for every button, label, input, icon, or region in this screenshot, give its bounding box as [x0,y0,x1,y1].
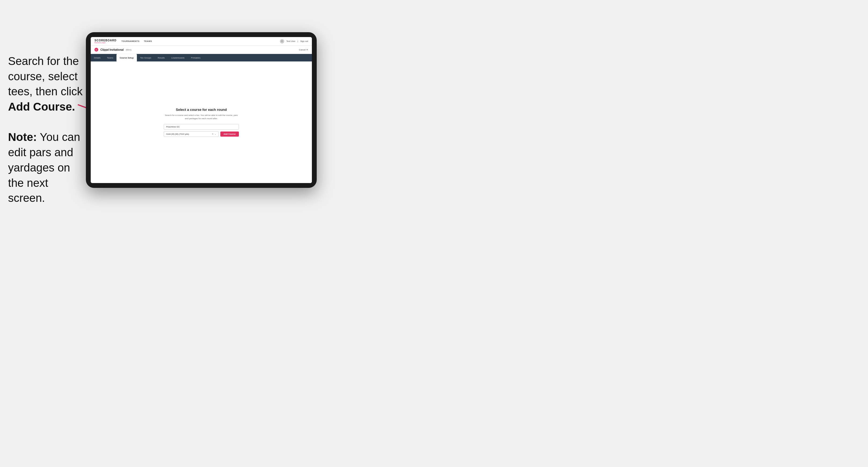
annotation-note-label: Note: [8,131,37,143]
tee-dropdown-icon[interactable]: ⌄ [214,133,216,135]
tee-select[interactable]: Gold (M) (M) (7010 yds) ✕ ⌄ [164,131,219,137]
logo-area: SCOREBOARD Powered by clippd [94,39,117,43]
tablet-screen: SCOREBOARD Powered by clippd TOURNAMENTS… [91,37,312,183]
tournament-name: Clippd Invitational [100,48,124,51]
cancel-label: Cancel [299,49,306,51]
user-label: Test User [286,40,296,42]
tee-select-controls: ✕ ⌄ [212,133,216,135]
main-content: Select a course for each round Search fo… [91,61,312,183]
logo-sub: Powered by clippd [94,42,117,43]
course-search-input[interactable] [164,124,239,130]
course-panel: Select a course for each round Search fo… [164,107,239,136]
tab-details[interactable]: Details [91,54,103,61]
panel-subtitle: Search for a course and select a tee. Yo… [164,114,239,120]
tab-printables[interactable]: Printables [188,54,204,61]
tournament-icon: C [94,48,98,52]
nav-teams[interactable]: TEAMS [144,40,152,42]
top-navbar: SCOREBOARD Powered by clippd TOURNAMENTS… [91,37,312,45]
tab-leaderboards[interactable]: Leaderboards [168,54,188,61]
tee-clear-icon[interactable]: ✕ [212,133,214,135]
nav-links: TOURNAMENTS TEAMS [121,40,280,42]
tab-course-setup[interactable]: Course Setup [117,54,137,61]
tournament-gender: (Men) [126,49,131,51]
add-course-button[interactable]: Add Course [220,131,239,136]
cancel-area[interactable]: Cancel ✕ [299,49,308,51]
panel-title: Select a course for each round [164,107,239,112]
annotation-line3: tees, then click [8,85,83,98]
tab-teams[interactable]: Teams [103,54,117,61]
nav-tournaments[interactable]: TOURNAMENTS [121,40,140,42]
annotation-text: Search for the course, select tees, then… [8,54,83,206]
tournament-header: C Clippd Invitational (Men) Cancel ✕ [91,45,312,54]
tee-value: Gold (M) (M) (7010 yds) [166,133,189,135]
tabs-bar: Details Teams Course Setup Tee Groups Re… [91,54,312,61]
user-avatar: R [280,39,284,43]
annotation-bold: Add Course. [8,100,75,113]
sign-out-link[interactable]: Sign out [300,40,308,42]
annotation-line2: course, select [8,70,78,83]
nav-separator: | [298,40,298,42]
tee-select-row: Gold (M) (M) (7010 yds) ✕ ⌄ Add Course [164,131,239,137]
user-initial: R [281,40,283,42]
annotation-line1: Search for the [8,55,79,67]
nav-right: R Test User | Sign out [280,39,308,43]
tablet-device: SCOREBOARD Powered by clippd TOURNAMENTS… [86,32,317,188]
tab-tee-groups[interactable]: Tee Groups [137,54,154,61]
tab-results[interactable]: Results [154,54,168,61]
logo-title: SCOREBOARD [94,39,117,42]
cancel-icon: ✕ [306,49,308,51]
tournament-title-row: C Clippd Invitational (Men) [94,48,131,52]
